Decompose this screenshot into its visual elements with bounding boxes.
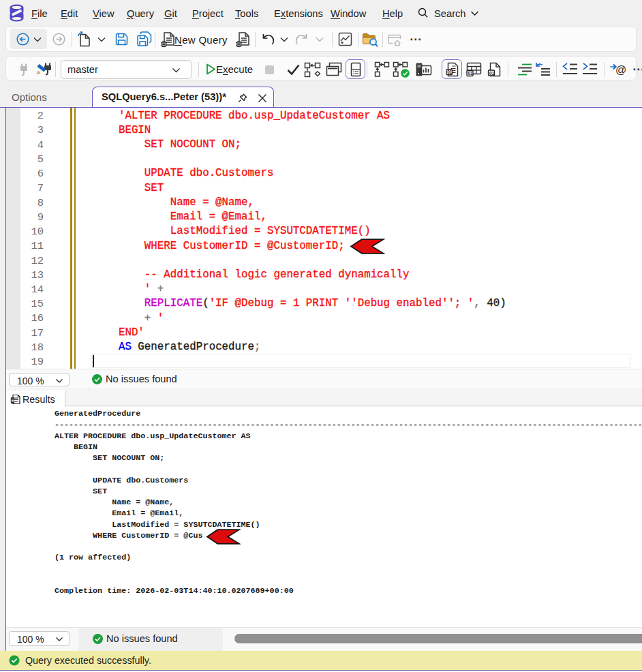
svg-text:@: @ (615, 64, 626, 76)
svg-text:01: 01 (489, 71, 495, 76)
svg-text:01: 01 (447, 70, 453, 74)
svg-text:01: 01 (468, 71, 473, 76)
